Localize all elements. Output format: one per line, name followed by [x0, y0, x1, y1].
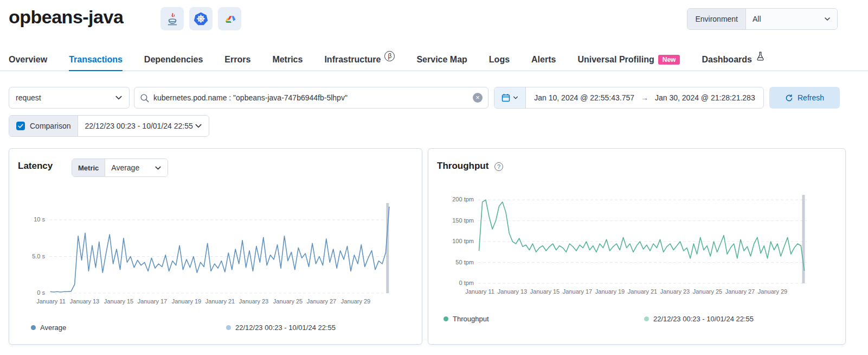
latency-title: Latency	[18, 161, 53, 172]
x-axis-tick: January 15	[100, 298, 137, 305]
x-axis-tick: January 23	[235, 298, 272, 305]
latency-panel: 10 s5.0 s0 sJanuary 11January 13January …	[9, 148, 422, 345]
legend-item[interactable]: Throughput	[443, 315, 489, 323]
chevron-down-icon	[195, 122, 202, 130]
x-axis-tick: January 27	[722, 288, 758, 295]
x-axis-tick: January 25	[269, 298, 306, 305]
new-badge: New	[658, 55, 680, 65]
tab-metrics[interactable]: Metrics	[272, 49, 303, 71]
legend-item[interactable]: Average	[31, 324, 66, 332]
comparison-range-value: 22/12/23 00:23 - 10/01/24 22:55	[85, 122, 192, 130]
comparison-checkbox[interactable]: Comparison	[9, 116, 78, 136]
legend-item[interactable]: 22/12/23 00:23 - 10/01/24 22:55	[644, 315, 754, 323]
kubernetes-icon	[189, 7, 213, 30]
tab-label: Infrastructure	[324, 55, 381, 65]
transaction-type-select[interactable]: request	[9, 87, 130, 109]
date-range: Jan 10, 2024 @ 22:55:43.757 → Jan 30, 20…	[526, 87, 763, 108]
x-axis-tick: January 11	[33, 298, 69, 305]
page-title: opbeans-java	[9, 7, 123, 28]
x-axis-tick: January 11	[461, 288, 498, 295]
legend-item[interactable]: 22/12/23 00:23 - 10/01/24 22:55	[226, 324, 336, 332]
search-input[interactable]	[153, 93, 468, 102]
throughput-title: Throughput	[437, 161, 488, 172]
y-axis-tick: 150 tpm	[441, 217, 474, 224]
search-bar: ×	[134, 87, 488, 109]
x-axis-tick: January 15	[526, 288, 563, 295]
x-axis-tick: January 17	[559, 288, 596, 295]
start-date[interactable]: Jan 10, 2024 @ 22:55:43.757	[534, 93, 634, 102]
refresh-button[interactable]: Refresh	[769, 87, 840, 109]
x-axis-tick: January 25	[689, 288, 726, 295]
x-axis-tick: January 19	[168, 298, 205, 305]
comparison-range-select[interactable]: 22/12/23 00:23 - 10/01/24 22:55	[78, 116, 209, 136]
legend-dot	[644, 316, 649, 321]
chevron-down-icon	[115, 94, 123, 102]
arrow-right-icon: →	[641, 93, 648, 102]
throughput-legend: Throughput22/12/23 00:23 - 10/01/24 22:5…	[428, 315, 845, 326]
search-icon	[140, 93, 149, 103]
x-axis-tick: January 19	[591, 288, 628, 295]
tab-label: Errors	[224, 55, 250, 65]
end-date[interactable]: Jan 30, 2024 @ 21:28:21.283	[655, 93, 755, 102]
refresh-icon	[785, 94, 793, 102]
environment-value: All	[753, 15, 761, 23]
legend-dot	[443, 316, 448, 321]
environment-select[interactable]: Environment All	[687, 8, 838, 30]
checkbox-checked-icon	[16, 122, 25, 130]
tab-transactions[interactable]: Transactions	[69, 49, 123, 71]
metric-value: Average	[111, 163, 139, 172]
chevron-down-icon	[824, 16, 831, 22]
tab-dependencies[interactable]: Dependencies	[144, 49, 203, 71]
legend-label: 22/12/23 00:23 - 10/01/24 22:55	[235, 324, 336, 332]
x-axis-tick: January 23	[657, 288, 693, 295]
beta-badge: β	[384, 51, 395, 61]
beaker-icon	[756, 52, 765, 61]
date-range-picker: Jan 10, 2024 @ 22:55:43.757 → Jan 30, 20…	[494, 87, 764, 109]
transaction-type-value: request	[16, 93, 41, 102]
x-axis-tick: January 29	[754, 288, 791, 295]
latency-metric-select[interactable]: Metric Average	[72, 159, 168, 177]
x-axis-tick: January 29	[337, 298, 374, 305]
tab-logs[interactable]: Logs	[489, 49, 510, 71]
y-axis-tick: 0 tpm	[441, 280, 474, 286]
latency-legend: Average22/12/23 00:23 - 10/01/24 22:55	[9, 324, 422, 334]
legend-label: 22/12/23 00:23 - 10/01/24 22:55	[653, 315, 754, 323]
tab-alerts[interactable]: Alerts	[531, 49, 556, 71]
clear-search-icon[interactable]: ×	[473, 93, 483, 103]
calendar-menu-button[interactable]	[494, 87, 526, 108]
tab-label: Service Map	[416, 55, 467, 65]
legend-label: Throughput	[453, 315, 489, 323]
chevron-down-icon	[155, 164, 162, 172]
latency-chart[interactable]: 10 s5.0 s0 sJanuary 11January 13January …	[9, 149, 422, 344]
java-icon	[160, 7, 184, 30]
x-axis-tick: January 13	[66, 298, 103, 305]
x-axis-tick: January 21	[624, 288, 661, 295]
x-axis-tick: January 17	[134, 298, 171, 305]
x-axis-tick: January 27	[303, 298, 340, 305]
refresh-label: Refresh	[798, 93, 824, 102]
comparison-control: Comparison 22/12/23 00:23 - 10/01/24 22:…	[9, 115, 209, 137]
tab-overview[interactable]: Overview	[9, 49, 47, 71]
service-tabs: OverviewTransactionsDependenciesErrorsMe…	[0, 49, 868, 71]
y-axis-tick: 10 s	[12, 216, 45, 223]
legend-dot	[226, 325, 231, 330]
legend-label: Average	[40, 324, 66, 332]
calendar-icon	[501, 93, 510, 102]
tab-label: Dashboards	[702, 55, 751, 65]
tab-errors[interactable]: Errors	[224, 49, 250, 71]
y-axis-tick: 50 tpm	[441, 259, 474, 265]
chevron-down-icon	[513, 95, 518, 100]
help-icon[interactable]: ?	[494, 162, 503, 171]
y-axis-tick: 5.0 s	[12, 253, 45, 259]
tab-label: Dependencies	[144, 55, 203, 65]
tab-universal-profiling[interactable]: Universal ProfilingNew	[577, 49, 680, 71]
gcp-icon	[218, 7, 241, 30]
tab-label: Metrics	[272, 55, 303, 65]
tab-service-map[interactable]: Service Map	[416, 49, 467, 71]
tab-label: Overview	[9, 55, 47, 65]
tab-label: Alerts	[531, 55, 556, 65]
y-axis-tick: 100 tpm	[441, 238, 474, 244]
tab-dashboards[interactable]: Dashboards	[702, 49, 764, 71]
x-axis-tick: January 21	[202, 298, 239, 305]
tab-infrastructure[interactable]: Infrastructureβ	[324, 49, 395, 71]
